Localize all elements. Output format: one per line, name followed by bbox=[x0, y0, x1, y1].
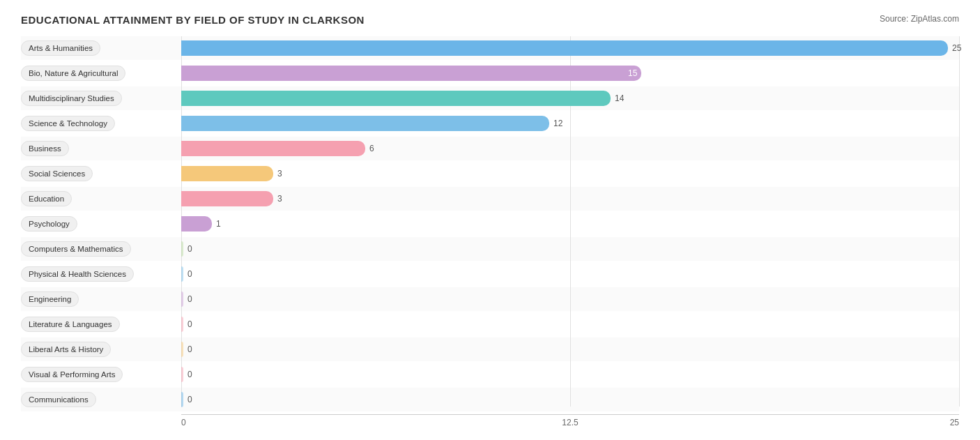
bar-container: 0 bbox=[181, 388, 959, 411]
bar-row: Computers & Mathematics0 bbox=[21, 237, 959, 261]
bar-row: Engineering0 bbox=[21, 287, 959, 311]
bar-fill bbox=[181, 367, 183, 382]
bar-label: Computers & Mathematics bbox=[21, 237, 181, 261]
bar-container: 0 bbox=[181, 237, 959, 261]
bar-value-label: 0 bbox=[187, 244, 192, 254]
x-label-0: 0 bbox=[181, 418, 441, 427]
bar-value-label: 0 bbox=[187, 344, 192, 354]
bar-label: Engineering bbox=[21, 287, 181, 311]
bars-container: Arts & Humanities25Bio, Nature & Agricul… bbox=[21, 36, 959, 411]
bar-label: Communications bbox=[21, 388, 181, 411]
bar-value-label: 3 bbox=[277, 194, 282, 204]
bar-label-text: Bio, Nature & Agricultural bbox=[21, 66, 125, 81]
bar-value-label: 6 bbox=[369, 144, 374, 153]
bar-container: 0 bbox=[181, 262, 959, 286]
bar-label-text: Education bbox=[21, 191, 72, 206]
bar-row: Psychology1 bbox=[21, 212, 959, 236]
bar-label-text: Multidisciplinary Studies bbox=[21, 91, 122, 106]
bar-container: 3 bbox=[181, 187, 959, 211]
grid-line bbox=[959, 36, 960, 407]
bar-label: Liberal Arts & History bbox=[21, 337, 181, 361]
bar-label-text: Visual & Performing Arts bbox=[21, 367, 123, 382]
bar-fill bbox=[181, 392, 183, 407]
bar-fill bbox=[181, 66, 641, 81]
bar-label: Arts & Humanities bbox=[21, 36, 181, 60]
bar-fill bbox=[181, 291, 183, 307]
bar-fill bbox=[181, 166, 273, 181]
bar-value-label: 0 bbox=[187, 269, 192, 279]
bar-row: Business6 bbox=[21, 137, 959, 160]
bar-label-text: Business bbox=[21, 141, 69, 156]
bar-row: Multidisciplinary Studies14 bbox=[21, 86, 959, 110]
bar-label-text: Arts & Humanities bbox=[21, 40, 100, 56]
bar-value-label: 0 bbox=[187, 370, 192, 379]
bar-value-label: 0 bbox=[187, 395, 192, 404]
bar-row: Communications0 bbox=[21, 388, 959, 411]
bar-fill bbox=[181, 342, 183, 357]
bar-row: Science & Technology12 bbox=[21, 112, 959, 135]
chart-title: EDUCATIONAL ATTAINMENT BY FIELD OF STUDY… bbox=[21, 14, 365, 26]
bar-container: 15 bbox=[181, 61, 959, 85]
bar-fill bbox=[181, 216, 212, 232]
bar-row: Physical & Health Sciences0 bbox=[21, 262, 959, 286]
bar-label: Science & Technology bbox=[21, 112, 181, 135]
bar-value-label: 0 bbox=[187, 319, 192, 329]
bar-container: 14 bbox=[181, 86, 959, 110]
bar-container: 0 bbox=[181, 337, 959, 361]
bar-container: 0 bbox=[181, 287, 959, 311]
bar-fill bbox=[181, 317, 183, 332]
x-label-max: 25 bbox=[700, 418, 959, 427]
bar-container: 25 bbox=[181, 36, 961, 60]
bar-container: 3 bbox=[181, 162, 959, 185]
bar-fill bbox=[181, 191, 273, 206]
bar-label: Bio, Nature & Agricultural bbox=[21, 61, 181, 85]
bar-value-label: 1 bbox=[216, 219, 221, 229]
bar-row: Literature & Languages0 bbox=[21, 312, 959, 336]
bar-label: Physical & Health Sciences bbox=[21, 262, 181, 286]
bar-label-text: Social Sciences bbox=[21, 166, 93, 181]
bar-row: Liberal Arts & History0 bbox=[21, 337, 959, 361]
bar-row: Social Sciences3 bbox=[21, 162, 959, 185]
bar-label: Education bbox=[21, 187, 181, 211]
bar-label-text: Physical & Health Sciences bbox=[21, 266, 134, 282]
bar-value-label: 12 bbox=[553, 119, 562, 128]
bar-fill bbox=[181, 266, 183, 282]
bar-label-text: Science & Technology bbox=[21, 116, 115, 131]
bar-fill bbox=[181, 91, 611, 106]
bar-value-label: 15 bbox=[628, 68, 637, 78]
bar-label: Visual & Performing Arts bbox=[21, 363, 181, 386]
bar-label: Psychology bbox=[21, 212, 181, 236]
bar-row: Arts & Humanities25 bbox=[21, 36, 959, 60]
bar-label-text: Communications bbox=[21, 392, 96, 407]
bar-container: 1 bbox=[181, 212, 959, 236]
bar-container: 12 bbox=[181, 112, 959, 135]
bar-label-text: Computers & Mathematics bbox=[21, 241, 131, 257]
bar-label: Literature & Languages bbox=[21, 312, 181, 336]
bar-value-label: 3 bbox=[277, 169, 282, 179]
bar-fill bbox=[181, 116, 549, 131]
bar-value-label: 0 bbox=[187, 294, 192, 304]
source-label: Source: ZipAtlas.com bbox=[880, 14, 959, 24]
bar-fill bbox=[181, 40, 948, 56]
bar-container: 0 bbox=[181, 363, 959, 386]
bar-label-text: Engineering bbox=[21, 291, 79, 307]
bar-label-text: Psychology bbox=[21, 216, 77, 232]
bar-label-text: Liberal Arts & History bbox=[21, 342, 111, 357]
x-axis: 0 12.5 25 bbox=[181, 414, 959, 427]
bar-fill bbox=[181, 241, 183, 257]
chart-wrapper: EDUCATIONAL ATTAINMENT BY FIELD OF STUDY… bbox=[21, 14, 959, 427]
bar-fill bbox=[181, 141, 365, 156]
bar-value-label: 25 bbox=[952, 43, 961, 53]
bar-row: Bio, Nature & Agricultural15 bbox=[21, 61, 959, 85]
bar-row: Visual & Performing Arts0 bbox=[21, 363, 959, 386]
bar-label: Social Sciences bbox=[21, 162, 181, 185]
bar-label: Multidisciplinary Studies bbox=[21, 86, 181, 110]
bar-container: 6 bbox=[181, 137, 959, 160]
bar-container: 0 bbox=[181, 312, 959, 336]
chart-area: Arts & Humanities25Bio, Nature & Agricul… bbox=[21, 36, 959, 427]
bar-label: Business bbox=[21, 137, 181, 160]
bar-label-text: Literature & Languages bbox=[21, 317, 120, 332]
x-label-mid: 12.5 bbox=[441, 418, 700, 427]
bar-value-label: 14 bbox=[615, 93, 624, 103]
bar-row: Education3 bbox=[21, 187, 959, 211]
